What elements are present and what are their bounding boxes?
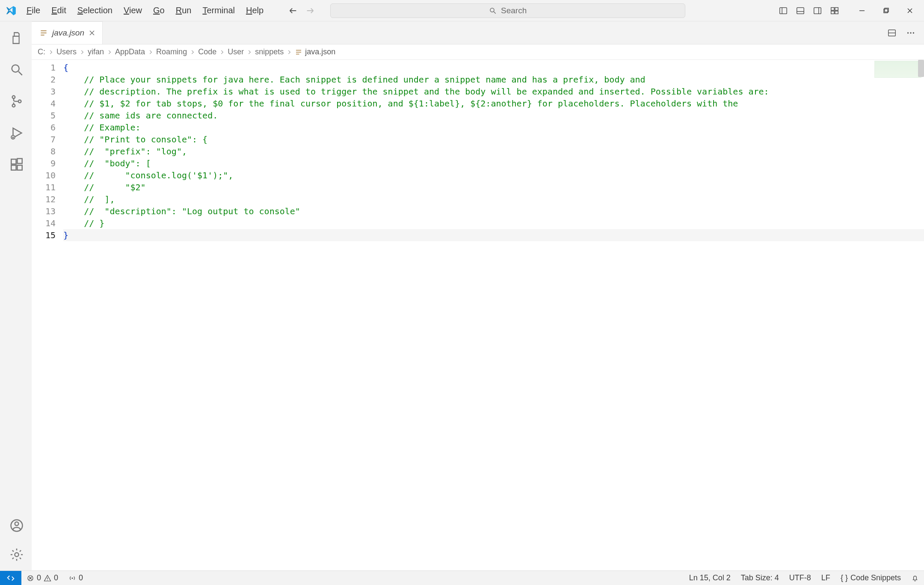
svg-point-38 bbox=[910, 32, 911, 33]
menu-go[interactable]: Go bbox=[148, 3, 170, 18]
status-indent[interactable]: Tab Size: 4 bbox=[736, 571, 784, 585]
svg-line-18 bbox=[18, 71, 22, 75]
broadcast-icon bbox=[68, 574, 76, 582]
window-minimize-button[interactable] bbox=[852, 4, 872, 18]
activity-bar bbox=[0, 21, 32, 570]
nav-forward-icon[interactable] bbox=[303, 3, 317, 18]
breadcrumb-segment[interactable]: AppData bbox=[115, 47, 154, 56]
split-editor-icon[interactable] bbox=[885, 26, 899, 40]
braces-icon: { } bbox=[841, 573, 848, 582]
svg-point-0 bbox=[490, 8, 494, 12]
menu-view[interactable]: View bbox=[118, 3, 147, 18]
status-encoding[interactable]: UTF-8 bbox=[784, 571, 816, 585]
title-bar: File Edit Selection View Go Run Terminal… bbox=[0, 0, 924, 21]
run-debug-icon[interactable] bbox=[5, 122, 27, 144]
explorer-icon[interactable] bbox=[5, 27, 27, 49]
svg-point-20 bbox=[12, 104, 15, 107]
svg-rect-2 bbox=[780, 7, 787, 14]
svg-point-21 bbox=[18, 100, 21, 103]
breadcrumb-segment[interactable]: yifan bbox=[88, 47, 113, 56]
svg-rect-24 bbox=[11, 165, 16, 170]
breadcrumb-segment[interactable]: snippets bbox=[255, 47, 292, 56]
breadcrumb-file[interactable]: java.json bbox=[295, 47, 335, 56]
status-cursor[interactable]: Ln 15, Col 2 bbox=[684, 571, 736, 585]
svg-point-37 bbox=[907, 32, 909, 33]
customize-layout-icon[interactable] bbox=[827, 3, 842, 18]
menu-file[interactable]: File bbox=[21, 3, 45, 18]
toggle-panel-icon[interactable] bbox=[793, 3, 808, 18]
svg-point-29 bbox=[15, 552, 18, 556]
error-icon bbox=[27, 574, 34, 582]
tab-java-json[interactable]: java.json bbox=[32, 21, 103, 44]
search-placeholder: Search bbox=[501, 6, 527, 15]
svg-rect-23 bbox=[11, 159, 16, 164]
svg-rect-9 bbox=[835, 7, 838, 10]
search-view-icon[interactable] bbox=[5, 59, 27, 80]
svg-point-28 bbox=[15, 522, 18, 526]
line-number-gutter: 123456789101112131415 bbox=[32, 60, 63, 570]
menu-terminal[interactable]: Terminal bbox=[197, 3, 240, 18]
svg-rect-26 bbox=[17, 159, 22, 163]
svg-point-39 bbox=[913, 32, 914, 33]
menu-edit[interactable]: Edit bbox=[46, 3, 71, 18]
tab-label: java.json bbox=[52, 28, 84, 38]
svg-rect-8 bbox=[831, 7, 834, 10]
svg-point-19 bbox=[12, 96, 15, 99]
svg-rect-10 bbox=[831, 11, 834, 13]
status-bar: 0 0 0 Ln 15, Col 2 Tab Size: 4 UTF-8 LF … bbox=[0, 570, 924, 585]
breadcrumb-segment[interactable]: Code bbox=[198, 47, 225, 56]
breadcrumb[interactable]: C: Users yifan AppData Roaming Code User… bbox=[32, 44, 924, 60]
svg-rect-6 bbox=[814, 7, 821, 14]
menu-selection[interactable]: Selection bbox=[72, 3, 118, 18]
breadcrumb-segment[interactable]: C: bbox=[38, 47, 54, 56]
menu-bar: File Edit Selection View Go Run Terminal… bbox=[21, 3, 269, 18]
svg-rect-11 bbox=[835, 11, 838, 13]
more-actions-icon[interactable] bbox=[903, 26, 918, 40]
source-control-icon[interactable] bbox=[5, 91, 27, 112]
svg-point-17 bbox=[12, 65, 19, 72]
status-errors-count: 0 bbox=[37, 573, 41, 582]
status-ports-count: 0 bbox=[79, 573, 83, 582]
status-language[interactable]: { } Code Snippets bbox=[835, 571, 906, 585]
nav-back-icon[interactable] bbox=[286, 3, 300, 18]
minimap[interactable] bbox=[874, 61, 921, 78]
vscode-logo-icon bbox=[4, 4, 18, 18]
status-warnings-count: 0 bbox=[54, 573, 58, 582]
settings-gear-icon[interactable] bbox=[5, 544, 27, 565]
status-notifications-icon[interactable] bbox=[906, 571, 924, 585]
svg-rect-4 bbox=[797, 7, 804, 14]
file-lines-icon bbox=[295, 48, 302, 56]
extensions-icon[interactable] bbox=[5, 154, 27, 175]
status-problems[interactable]: 0 0 bbox=[21, 571, 63, 585]
status-ports[interactable]: 0 bbox=[63, 571, 88, 585]
tab-close-icon[interactable] bbox=[89, 30, 95, 36]
accounts-icon[interactable] bbox=[5, 515, 27, 536]
svg-point-47 bbox=[47, 579, 48, 580]
command-center-search[interactable]: Search bbox=[330, 3, 685, 18]
svg-rect-25 bbox=[17, 165, 22, 170]
menu-run[interactable]: Run bbox=[171, 3, 197, 18]
window-close-button[interactable] bbox=[900, 4, 920, 18]
status-eol[interactable]: LF bbox=[816, 571, 835, 585]
svg-point-48 bbox=[72, 577, 73, 579]
svg-line-1 bbox=[494, 12, 496, 14]
tab-strip: java.json bbox=[32, 21, 924, 44]
editor[interactable]: 123456789101112131415 { // Place your sn… bbox=[32, 60, 924, 570]
minimap-slider[interactable] bbox=[918, 60, 924, 77]
breadcrumb-segment[interactable]: Users bbox=[56, 47, 85, 56]
search-icon bbox=[489, 7, 497, 15]
breadcrumb-segment[interactable]: Roaming bbox=[156, 47, 195, 56]
file-lines-icon bbox=[39, 29, 48, 37]
window-maximize-button[interactable] bbox=[876, 4, 896, 18]
breadcrumb-segment[interactable]: User bbox=[228, 47, 252, 56]
warning-icon bbox=[44, 574, 51, 582]
toggle-primary-sidebar-icon[interactable] bbox=[776, 3, 791, 18]
menu-help[interactable]: Help bbox=[241, 3, 269, 18]
toggle-secondary-sidebar-icon[interactable] bbox=[810, 3, 825, 18]
remote-indicator-icon[interactable] bbox=[0, 571, 21, 585]
code-area[interactable]: { // Place your snippets for java here. … bbox=[63, 60, 924, 570]
